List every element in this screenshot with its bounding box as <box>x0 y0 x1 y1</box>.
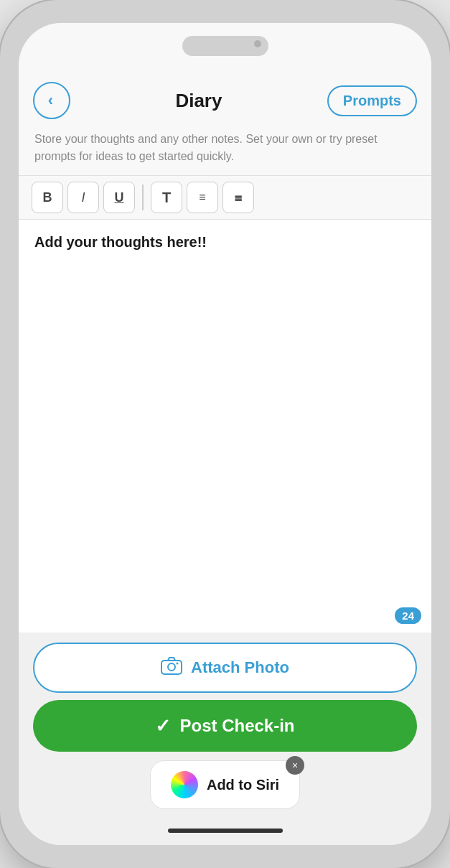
italic-button[interactable]: I <box>67 182 99 213</box>
svg-rect-0 <box>161 661 182 674</box>
phone-frame: ‹ Diary Prompts Store your thoughts and … <box>0 0 450 868</box>
unordered-list-button[interactable]: ≡ <box>187 182 218 213</box>
text-style-icon: T <box>162 190 171 206</box>
siri-container: Add to Siri × <box>150 760 300 809</box>
phone-screen: ‹ Diary Prompts Store your thoughts and … <box>19 23 431 845</box>
siri-icon <box>171 771 198 798</box>
camera-icon <box>161 656 182 680</box>
checkmark-icon: ✓ <box>155 715 171 737</box>
word-count-badge: 24 <box>395 607 421 624</box>
bold-button[interactable]: B <box>32 182 63 213</box>
bottom-actions: Attach Photo ✓ Post Check-in Add to Siri… <box>19 633 431 816</box>
subtitle-text: Store your thoughts and any other notes.… <box>19 126 431 175</box>
underline-button[interactable]: U <box>103 182 135 213</box>
text-style-button[interactable]: T <box>151 182 182 213</box>
back-button[interactable]: ‹ <box>33 82 70 119</box>
editor-toolbar: B I U T ≡ ≣ <box>19 175 431 220</box>
editor-area[interactable]: Add your thoughts here!! 24 <box>19 220 431 633</box>
svg-point-1 <box>168 663 175 671</box>
editor-content: Add your thoughts here!! <box>34 234 207 250</box>
post-checkin-label: Post Check-in <box>179 716 294 736</box>
list-icon: ≡ <box>199 192 205 203</box>
chevron-left-icon: ‹ <box>48 91 53 110</box>
add-to-siri-label: Add to Siri <box>207 777 279 793</box>
siri-close-button[interactable]: × <box>286 756 304 775</box>
attach-photo-button[interactable]: Attach Photo <box>33 643 417 693</box>
ordered-list-button[interactable]: ≣ <box>222 182 254 213</box>
attach-photo-label: Attach Photo <box>191 658 289 677</box>
svg-point-2 <box>177 662 179 664</box>
prompts-button[interactable]: Prompts <box>327 85 417 116</box>
toolbar-divider <box>142 185 144 210</box>
page-title: Diary <box>175 90 222 112</box>
home-indicator <box>19 816 431 845</box>
post-checkin-button[interactable]: ✓ Post Check-in <box>33 700 417 752</box>
camera-dot <box>254 40 261 47</box>
add-to-siri-button[interactable]: Add to Siri <box>150 760 300 809</box>
ordered-list-icon: ≣ <box>234 192 243 203</box>
home-bar <box>168 829 283 833</box>
header: ‹ Diary Prompts <box>19 73 431 126</box>
status-bar <box>19 23 431 73</box>
